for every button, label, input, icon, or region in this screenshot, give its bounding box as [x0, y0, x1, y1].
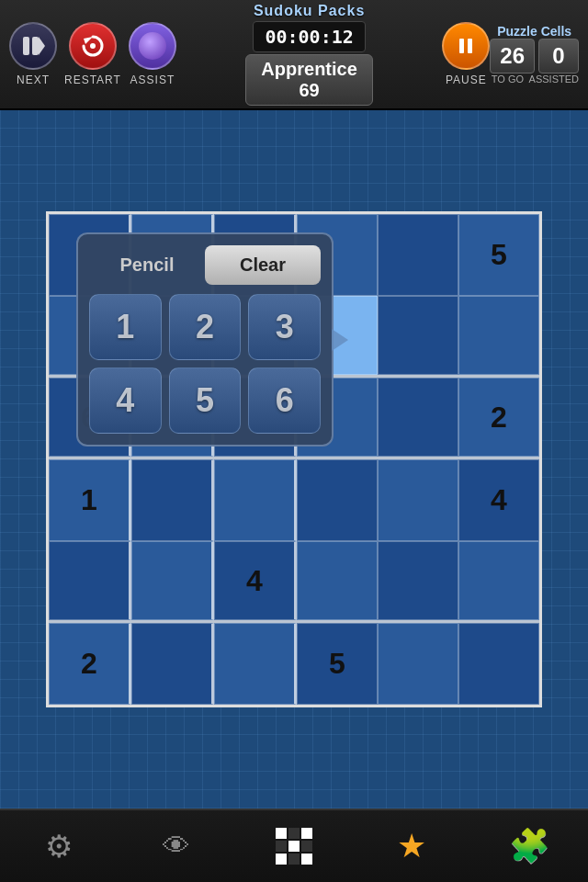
cell-3-2[interactable] — [214, 459, 297, 541]
header-right-stats: Puzzle Cells 26 0 To Go Assisted — [490, 24, 579, 85]
pause-label: PAUSE — [446, 74, 487, 86]
cell-0-4[interactable] — [378, 214, 458, 296]
cells-stats-row: 26 0 — [490, 39, 579, 74]
grid-row-3: 1 4 — [49, 459, 539, 541]
svg-marker-3 — [84, 37, 93, 44]
numpad-btn-6[interactable]: 6 — [248, 368, 321, 434]
cell-1-5[interactable] — [458, 296, 539, 375]
cell-4-1[interactable] — [131, 541, 214, 620]
numpad-btn-3[interactable]: 3 — [248, 294, 321, 360]
header-center: Sudoku Packs 00:00:12 Apprentice 69 — [176, 3, 442, 106]
cell-5-2[interactable] — [214, 623, 297, 705]
numpad-btn-5[interactable]: 5 — [169, 368, 242, 434]
header-left-controls: NEXT RESTART ASSIST — [9, 22, 176, 86]
restart-icon — [69, 22, 117, 70]
grid-row-5: 2 5 — [49, 623, 539, 705]
grid-row-4: 4 — [49, 541, 539, 623]
cell-4-0[interactable] — [49, 541, 131, 620]
gear-icon: ⚙ — [45, 828, 73, 865]
eye-icon: 👁 — [163, 831, 190, 862]
cell-0-5[interactable]: 5 — [458, 214, 539, 296]
numpad-arrow — [332, 329, 348, 351]
svg-point-4 — [90, 43, 96, 49]
header: NEXT RESTART ASSIST Sudoku Packs 00:00:1… — [0, 0, 588, 110]
cell-4-4[interactable] — [378, 541, 458, 620]
puzzle-name: Apprentice 69 — [245, 54, 372, 106]
cell-2-5[interactable]: 2 — [458, 378, 539, 457]
sudoku-packs-title: Sudoku Packs — [254, 3, 365, 19]
assist-button[interactable]: ASSIST — [129, 22, 176, 86]
to-go-count: 26 — [490, 39, 535, 74]
pause-button[interactable]: PAUSE — [442, 22, 490, 86]
cell-3-1[interactable] — [131, 459, 214, 541]
grid-area: 5 6 2 1 4 — [0, 110, 588, 808]
restart-button[interactable]: RESTART — [64, 22, 121, 86]
svg-rect-6 — [468, 39, 472, 53]
cell-4-2[interactable]: 4 — [214, 541, 297, 620]
cells-labels-row: To Go Assisted — [490, 74, 579, 85]
puzzle-icon: 🧩 — [509, 827, 550, 865]
eye-button[interactable]: 👁 — [153, 823, 199, 869]
numpad-tabs: Pencil Clear — [89, 245, 321, 285]
cell-3-3[interactable] — [297, 459, 378, 541]
cell-1-4[interactable] — [378, 296, 458, 375]
numpad-btn-4[interactable]: 4 — [89, 368, 162, 434]
numpad-popup: Pencil Clear 1 2 3 4 5 6 — [76, 232, 334, 447]
pause-section: PAUSE — [442, 22, 490, 86]
puzzle-button[interactable]: 🧩 — [506, 823, 552, 869]
next-label: NEXT — [17, 74, 50, 86]
svg-rect-1 — [32, 37, 39, 55]
grid-icon — [276, 828, 312, 865]
cell-5-4[interactable] — [378, 623, 458, 705]
puzzle-cells-title: Puzzle Cells — [497, 24, 571, 39]
clear-tab[interactable]: Clear — [205, 245, 321, 285]
settings-button[interactable]: ⚙ — [36, 823, 82, 869]
cell-2-4[interactable] — [378, 378, 458, 457]
numpad-grid: 1 2 3 4 5 6 — [89, 294, 321, 434]
svg-rect-5 — [459, 39, 464, 53]
cell-4-5[interactable] — [458, 541, 539, 620]
cell-5-0[interactable]: 2 — [49, 623, 131, 705]
grid-button[interactable] — [271, 823, 317, 869]
pause-icon — [442, 22, 490, 70]
assist-icon — [129, 22, 176, 70]
numpad-btn-1[interactable]: 1 — [89, 294, 162, 360]
timer-display: 00:00:12 — [253, 21, 365, 52]
cell-3-4[interactable] — [378, 459, 458, 541]
sudoku-grid[interactable]: 5 6 2 1 4 — [46, 211, 542, 707]
cell-3-5[interactable]: 4 — [458, 459, 539, 541]
next-icon — [9, 22, 57, 70]
cell-3-0[interactable]: 1 — [49, 459, 131, 541]
footer: ⚙ 👁 ★ 🧩 — [0, 808, 588, 882]
assisted-count: 0 — [538, 39, 579, 74]
svg-marker-2 — [39, 37, 45, 55]
cell-5-3[interactable]: 5 — [297, 623, 378, 705]
star-button[interactable]: ★ — [389, 823, 435, 869]
cell-5-1[interactable] — [131, 623, 214, 705]
assisted-label: Assisted — [529, 74, 579, 85]
cell-5-5[interactable] — [458, 623, 539, 705]
cell-4-3[interactable] — [297, 541, 378, 620]
restart-label: RESTART — [64, 74, 121, 86]
next-button[interactable]: NEXT — [9, 22, 57, 86]
assist-label: ASSIST — [130, 74, 175, 86]
svg-rect-0 — [23, 37, 29, 55]
star-icon: ★ — [397, 827, 426, 865]
to-go-label: To Go — [490, 74, 525, 85]
pencil-tab[interactable]: Pencil — [89, 245, 205, 285]
numpad-btn-2[interactable]: 2 — [169, 294, 242, 360]
